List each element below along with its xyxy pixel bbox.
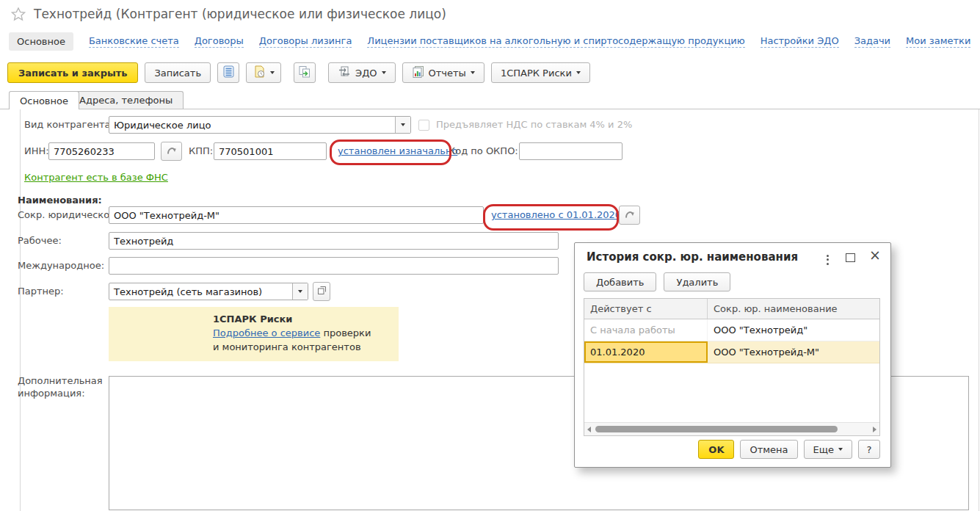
- partner-value: Технотрейд (сеть магазинов): [109, 286, 292, 297]
- spark-button-label: 1СПАРК Риски: [501, 68, 572, 79]
- spark-panel-title: 1СПАРК Риски: [213, 312, 399, 326]
- caret-down-icon: [270, 71, 275, 74]
- tab-addresses-phones[interactable]: Адреса, телефоны: [68, 91, 184, 109]
- short-name-set-from-link[interactable]: установлено с 01.01.2020: [491, 206, 621, 224]
- scrollbar-thumb[interactable]: [595, 426, 838, 432]
- cell-effective-from[interactable]: 01.01.2020: [584, 341, 708, 363]
- cell-effective-from[interactable]: С начала работы: [584, 319, 708, 341]
- vat-rates-checkbox[interactable]: [418, 120, 429, 131]
- save-and-close-button[interactable]: Записать и закрыть: [7, 62, 138, 83]
- nav-bar: Основное Банковские счета Договоры Догов…: [9, 32, 970, 51]
- data-exchange-button[interactable]: [294, 62, 316, 83]
- add-row-button[interactable]: Добавить: [584, 272, 656, 291]
- okpo-label: Код по ОКПО:: [449, 142, 518, 160]
- column-header-short-name: Сокр. юр. наименование: [708, 299, 879, 319]
- reports-icon: [412, 65, 424, 80]
- save-button[interactable]: Записать: [145, 62, 211, 83]
- short-legal-name-label: Сокр. юридическое:: [18, 206, 119, 224]
- list-card-icon: [223, 65, 234, 80]
- kind-dropdown-button[interactable]: [395, 117, 410, 133]
- caret-down-icon: [401, 123, 405, 126]
- counterparty-kind-select[interactable]: Юридическое лицо: [109, 116, 411, 134]
- page-title: Технотрейд (Контрагент (юридическое или …: [34, 7, 446, 21]
- ok-button[interactable]: OK: [698, 440, 734, 459]
- history-arrow-icon: [166, 145, 177, 157]
- file-history-button[interactable]: [246, 62, 281, 83]
- edo-button-label: ЭДО: [355, 68, 377, 79]
- nav-item-alcohol-licenses[interactable]: Лицензии поставщиков на алкогольную и сп…: [367, 35, 744, 48]
- copy-documents-icon: [298, 65, 311, 81]
- cancel-button[interactable]: Отмена: [740, 440, 797, 459]
- international-name-label: Международное:: [18, 257, 104, 275]
- partner-label: Партнер:: [18, 283, 64, 300]
- document-clock-icon: [253, 65, 266, 80]
- nav-item-contracts[interactable]: Договоры: [195, 35, 244, 48]
- spark-details-link[interactable]: Подробнее о сервисе: [213, 327, 320, 338]
- open-partner-button[interactable]: [313, 282, 330, 301]
- caret-down-icon: [471, 71, 475, 74]
- horizontal-scrollbar[interactable]: [584, 422, 879, 435]
- reports-button-label: Отчеты: [429, 68, 466, 79]
- partner-select[interactable]: Технотрейд (сеть магазинов): [109, 283, 308, 300]
- nav-item-main[interactable]: Основное: [9, 32, 73, 51]
- nav-item-tasks[interactable]: Задачи: [854, 35, 890, 48]
- edo-menu-button[interactable]: ЭДО: [328, 62, 395, 83]
- caret-down-icon: [576, 71, 581, 74]
- table-row-selected[interactable]: 01.01.2020 ООО "Технотрейд-М": [584, 341, 879, 363]
- table-row[interactable]: С начала работы ООО "Технотрейд": [584, 319, 879, 341]
- working-name-input[interactable]: [109, 232, 559, 250]
- nav-item-edo-settings[interactable]: Настройки ЭДО: [761, 35, 839, 48]
- inn-input[interactable]: [48, 142, 155, 160]
- kind-value: Юридическое лицо: [109, 120, 395, 131]
- cell-short-name[interactable]: ООО "Технотрейд-М": [708, 341, 879, 363]
- dialog-more-menu-icon[interactable]: [825, 251, 830, 268]
- spark-risks-menu-button[interactable]: 1СПАРК Риски: [491, 62, 590, 83]
- nav-item-leasing-contracts[interactable]: Договоры лизинга: [259, 35, 352, 48]
- dialog-footer: OK Отмена Еще ?: [698, 440, 880, 459]
- nav-item-my-notes[interactable]: Мои заметки: [906, 35, 970, 48]
- help-button[interactable]: ?: [858, 440, 880, 459]
- dialog-title: История сокр. юр. наименования: [587, 250, 798, 264]
- working-name-label: Рабочее:: [18, 232, 62, 250]
- column-header-effective-from: Действует с: [584, 299, 708, 319]
- short-legal-name-input[interactable]: [109, 206, 484, 224]
- tab-strip-divider: [0, 109, 980, 109]
- delete-row-button[interactable]: Удалить: [664, 272, 730, 291]
- tab-main[interactable]: Основное: [9, 91, 79, 109]
- vat-checkbox-label: Предъявляет НДС по ставкам 4% и 2%: [436, 116, 632, 134]
- spark-info-panel: 1СПАРК Риски Подробнее о сервисе проверк…: [109, 307, 399, 361]
- edo-exchange-icon: [338, 66, 351, 80]
- inn-history-button[interactable]: [161, 142, 182, 161]
- dialog-toolbar: Добавить Удалить: [584, 272, 730, 291]
- related-info-button[interactable]: [217, 62, 239, 83]
- cell-short-name[interactable]: ООО "Технотрейд": [708, 319, 879, 341]
- partner-dropdown-button[interactable]: [292, 283, 308, 300]
- spark-text-2: и мониторинга контрагентов: [213, 340, 399, 354]
- scroll-left-icon[interactable]: [587, 427, 591, 432]
- short-name-history-button[interactable]: [619, 206, 640, 225]
- caret-down-icon: [838, 448, 843, 451]
- spark-panel-line1: Подробнее о сервисе проверки: [213, 326, 399, 340]
- kpp-input[interactable]: [214, 142, 327, 160]
- dialog-close-icon[interactable]: [869, 247, 881, 263]
- history-table: Действует с Сокр. юр. наименование С нач…: [584, 298, 880, 436]
- inn-label: ИНН:: [24, 142, 49, 160]
- kpp-set-initially-link[interactable]: установлен изначально: [338, 142, 457, 160]
- history-dialog: История сокр. юр. наименования Добавить …: [574, 242, 891, 468]
- scroll-right-icon[interactable]: [873, 427, 876, 432]
- nav-item-bank-accounts[interactable]: Банковские счета: [89, 35, 179, 48]
- international-name-input[interactable]: [109, 257, 559, 275]
- reports-menu-button[interactable]: Отчеты: [402, 62, 484, 83]
- fns-database-link[interactable]: Контрагент есть в базе ФНС: [24, 170, 168, 186]
- kpp-label: КПП:: [189, 142, 213, 160]
- table-header-row: Действует с Сокр. юр. наименование: [584, 299, 879, 319]
- additional-info-label: Дополнительная информация:: [18, 374, 104, 399]
- history-arrow-icon: [624, 209, 635, 221]
- okpo-input[interactable]: [519, 142, 623, 160]
- dialog-maximize-icon[interactable]: [846, 253, 855, 262]
- caret-down-icon: [382, 71, 386, 74]
- kind-label: Вид контрагента:: [24, 116, 114, 134]
- open-in-window-icon: [317, 286, 327, 297]
- favorite-star-icon[interactable]: [10, 6, 26, 22]
- more-button[interactable]: Еще: [804, 440, 852, 459]
